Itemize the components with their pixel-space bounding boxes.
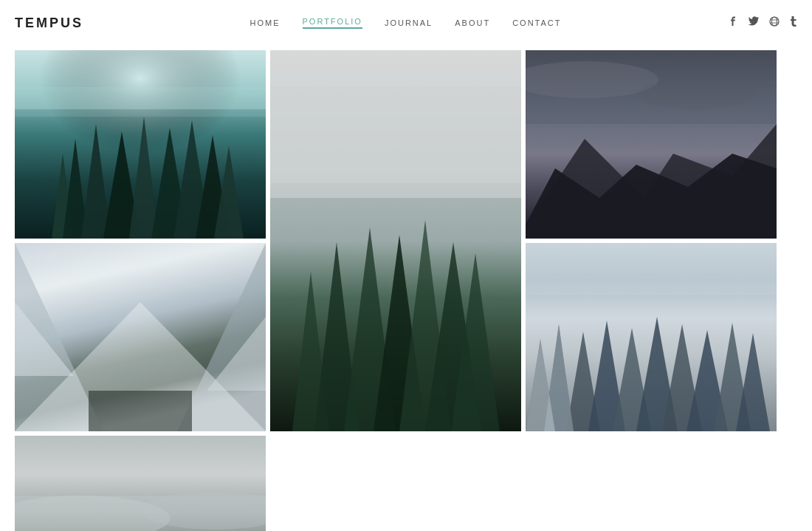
social-icons	[728, 16, 797, 30]
snowy-valley-image	[15, 243, 266, 431]
svg-point-31	[636, 80, 754, 109]
twitter-icon[interactable]	[749, 16, 759, 30]
nav-contact[interactable]: CONTACT	[512, 18, 561, 27]
gallery-item-forest-fog[interactable]	[15, 50, 266, 239]
gallery-item-snow-forest[interactable]	[526, 243, 777, 431]
gallery-item-snowy-valley[interactable]	[15, 243, 266, 431]
misty-mountains-image	[15, 436, 266, 531]
gallery-item-dark-mountains[interactable]	[526, 50, 777, 239]
facebook-icon[interactable]	[728, 16, 738, 30]
gallery-item-misty-trees[interactable]	[270, 50, 521, 431]
forest-fog-image	[15, 50, 266, 239]
svg-rect-38	[89, 391, 192, 431]
dark-mountains-image	[526, 50, 777, 239]
nav-journal[interactable]: JOURNAL	[385, 18, 433, 27]
dribbble-icon[interactable]	[769, 16, 780, 30]
header: TEMPUS HOME PORTFOLIO JOURNAL ABOUT CONT…	[0, 0, 812, 46]
gallery: ›	[0, 46, 812, 531]
gallery-item-misty-mountains[interactable]	[15, 436, 266, 531]
svg-point-1	[772, 17, 777, 26]
svg-rect-25	[270, 50, 521, 183]
nav-about[interactable]: ABOUT	[455, 18, 490, 27]
svg-rect-14	[15, 87, 266, 117]
svg-rect-53	[526, 243, 777, 295]
main-nav: HOME PORTFOLIO JOURNAL ABOUT CONTACT	[250, 17, 562, 29]
snow-forest-image	[526, 243, 777, 431]
misty-trees-image	[270, 50, 521, 431]
nav-portfolio[interactable]: PORTFOLIO	[303, 17, 362, 29]
nav-home[interactable]: HOME	[250, 18, 281, 27]
logo[interactable]: TEMPUS	[15, 16, 83, 31]
svg-point-0	[770, 17, 779, 26]
tumblr-icon[interactable]	[790, 16, 797, 30]
